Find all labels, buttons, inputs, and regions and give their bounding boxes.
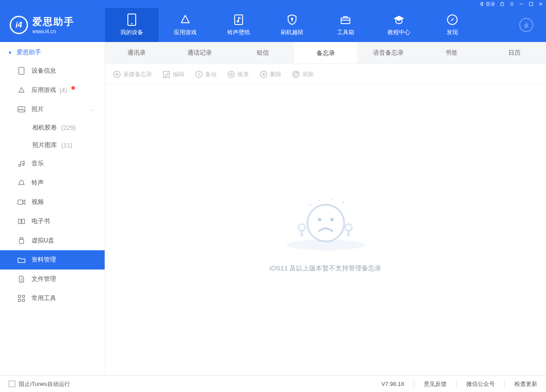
phone-small-icon (18, 67, 25, 75)
subtab-call-log[interactable]: 通话记录 (168, 42, 231, 63)
sidebar-common-tools[interactable]: 常用工具 (0, 289, 105, 308)
tool-restore: 恢复 (227, 70, 249, 78)
minimize-icon[interactable] (519, 1, 524, 7)
header-right (507, 8, 546, 42)
music-icon (18, 160, 25, 168)
svg-point-29 (298, 224, 305, 231)
topnav-discover[interactable]: 发现 (426, 8, 479, 42)
sidebar-device-info[interactable]: 设备信息 (0, 61, 105, 80)
subtab-sms[interactable]: 短信 (231, 42, 294, 63)
sidebar-sub-count: (229) (61, 124, 76, 131)
sidebar: ▼ 爱思助手 设备信息 应用游戏 (4) 照片 ︿ 相机胶卷 (229) 照片图… (0, 42, 105, 375)
download-icon (523, 21, 530, 28)
svg-rect-16 (22, 295, 25, 298)
logo[interactable]: i4 爱思助手 www.i4.cn (0, 8, 105, 42)
plus-circle-icon (113, 70, 121, 78)
sidebar-photos[interactable]: 照片 ︿ (0, 100, 105, 119)
sidebar-photo-library[interactable]: 照片图库 (11) (0, 136, 105, 154)
download-button[interactable] (519, 18, 533, 32)
compass-icon (446, 14, 458, 26)
svg-point-22 (228, 71, 235, 77)
feedback-link[interactable]: 意见反馈 (414, 380, 447, 388)
close-icon[interactable] (538, 1, 543, 7)
subtab-label: 短信 (257, 49, 269, 57)
subtab-contacts[interactable]: 通讯录 (105, 42, 168, 63)
appstore-icon (179, 14, 191, 26)
grid-icon (18, 294, 25, 302)
svg-point-30 (345, 224, 352, 231)
tool-label: 删除 (270, 70, 282, 78)
body: ▼ 爱思助手 设备信息 应用游戏 (4) 照片 ︿ 相机胶卷 (229) 照片图… (0, 42, 546, 375)
subtab-bookmarks[interactable]: 书签 (420, 42, 483, 63)
tool-label: 新建备忘录 (123, 70, 152, 78)
sidebar-root[interactable]: ▼ 爱思助手 (0, 44, 105, 61)
toolbox-icon (339, 14, 352, 26)
sidebar-item-label: 资料管理 (32, 256, 56, 264)
sidebar-item-label: 照片 (32, 105, 44, 113)
svg-point-31 (310, 204, 311, 206)
maximize-icon[interactable] (528, 1, 534, 7)
sidebar-music[interactable]: 音乐 (0, 154, 105, 173)
block-itunes-label[interactable]: 阻止iTunes自动运行 (19, 380, 70, 388)
topnav-tutorial[interactable]: 教程中心 (372, 8, 426, 42)
subtab-label: 语音备忘录 (373, 49, 404, 57)
topnav-ringtone-wallpaper[interactable]: 铃声壁纸 (212, 8, 265, 42)
svg-point-33 (331, 198, 333, 200)
tool-backup: 备份 (195, 70, 217, 78)
notification-dot (71, 86, 75, 90)
subtabs: 通讯录 通话记录 短信 备忘录 语音备忘录 书签 日历 (105, 42, 546, 64)
subtab-voice-memos[interactable]: 语音备忘录 (357, 42, 420, 63)
footer: 阻止iTunes自动运行 V7.98.18 意见反馈 微信公众号 检查更新 (0, 375, 546, 392)
sidebar-item-label: 铃声 (32, 179, 44, 187)
wechat-link[interactable]: 微信公众号 (456, 380, 495, 388)
sidebar-root-label: 爱思助手 (17, 49, 41, 56)
sidebar-udisk[interactable]: 虚拟U盘 (0, 231, 105, 250)
sidebar-video[interactable]: 视频 (0, 192, 105, 212)
topnav-label: 发现 (447, 28, 458, 36)
login-icon (479, 1, 484, 7)
svg-rect-15 (18, 295, 21, 298)
empty-state: iOS11 及以上版本暂不支持管理备忘录 (105, 85, 546, 375)
app-title: 爱思助手 (32, 15, 74, 28)
sidebar-item-count: (4) (60, 87, 67, 94)
subtab-label: 通话记录 (187, 49, 212, 57)
check-update-link[interactable]: 检查更新 (504, 380, 537, 388)
svg-rect-12 (18, 200, 23, 204)
subtab-calendar[interactable]: 日历 (483, 42, 546, 63)
topnav-toolbox[interactable]: 工具箱 (319, 8, 372, 42)
svg-rect-13 (19, 239, 24, 244)
book-icon (18, 217, 25, 225)
sidebar-ebook[interactable]: 电子书 (0, 212, 105, 231)
sidebar-sub-count: (11) (61, 142, 72, 149)
sidebar-item-label: 设备信息 (32, 67, 56, 75)
sidebar-ringtone[interactable]: 铃声 (0, 173, 105, 192)
list-icon[interactable] (509, 1, 514, 7)
subtab-label: 备忘录 (317, 49, 335, 57)
sidebar-data-management[interactable]: 资料管理 (0, 250, 105, 270)
empty-message: iOS11 及以上版本暂不支持管理备忘录 (270, 264, 382, 273)
login-button[interactable]: 登录 (479, 1, 495, 7)
topnav-label: 铃声壁纸 (227, 28, 250, 36)
sidebar-camera-roll[interactable]: 相机胶卷 (229) (0, 119, 105, 136)
topnav-my-device[interactable]: 我的设备 (105, 8, 159, 42)
block-itunes-checkbox[interactable] (9, 381, 15, 387)
sidebar-item-label: 电子书 (32, 217, 50, 225)
tool-refresh: 刷新 (292, 70, 314, 78)
svg-point-28 (330, 218, 334, 221)
topnav-apps[interactable]: 应用游戏 (159, 8, 212, 42)
svg-point-5 (291, 18, 293, 20)
top-nav: 我的设备 应用游戏 铃声壁纸 刷机越狱 工具箱 教程中心 发现 (105, 8, 507, 42)
logo-icon: i4 (10, 16, 28, 34)
restore-icon (227, 70, 235, 78)
sidebar-apps[interactable]: 应用游戏 (4) (0, 80, 105, 100)
sidebar-file-management[interactable]: 文件管理 (0, 270, 105, 289)
tool-label: 恢复 (238, 70, 249, 78)
svg-rect-8 (19, 67, 24, 74)
file-icon (18, 275, 25, 283)
tool-label: 备份 (205, 70, 217, 78)
bag-icon[interactable] (500, 1, 505, 7)
subtab-notes[interactable]: 备忘录 (294, 42, 357, 63)
topnav-jailbreak[interactable]: 刷机越狱 (265, 8, 319, 42)
topnav-label: 应用游戏 (174, 28, 197, 36)
header: i4 爱思助手 www.i4.cn 我的设备 应用游戏 铃声壁纸 刷机越狱 工具… (0, 8, 546, 42)
